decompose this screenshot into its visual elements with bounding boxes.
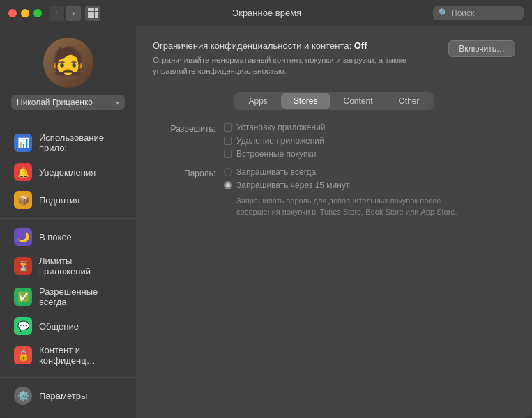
sidebar-item-label: Уведомления <box>39 167 96 178</box>
search-placeholder: Поиск <box>451 8 474 18</box>
sidebar-item-label: Параметры <box>39 391 87 401</box>
info-text: Запрашивать пароль для дополнительных по… <box>236 196 459 218</box>
password-row: Пароль: Запрашивать всегда Запрашивать ч… <box>153 167 515 218</box>
sidebar-item-usage[interactable]: 📊 Использование прило: <box>4 127 132 158</box>
sidebar-item-label: Поднятия <box>39 195 79 206</box>
checkbox-row-purchases: Встроенные покупки <box>224 149 326 159</box>
sidebar-item-always-allowed[interactable]: ✅ Разрешенные всегда <box>4 281 132 312</box>
install-checkbox[interactable] <box>224 123 232 132</box>
notifications-icon: 🔔 <box>14 163 32 181</box>
radio-always[interactable] <box>224 168 232 176</box>
content-title-prefix: Ограничения конфиденциальности и контент… <box>153 40 351 51</box>
sidebar-item-settings[interactable]: ⚙️ Параметры <box>4 382 132 410</box>
forward-button[interactable]: › <box>66 6 81 21</box>
chevron-down-icon: ▾ <box>116 99 119 107</box>
titlebar: ‹ › Экранное время 🔍 Поиск <box>0 0 532 26</box>
sidebar-item-label: Контент и конфиденц… <box>39 345 122 366</box>
radio-row-always: Запрашивать всегда <box>224 167 459 177</box>
content-subtitle: Ограничивайте ненормативный контент, пок… <box>153 54 425 77</box>
settings-icon: ⚙️ <box>14 387 32 405</box>
grid-icon <box>88 8 98 18</box>
radio-15min[interactable] <box>224 181 232 189</box>
tab-apps[interactable]: Apps <box>236 93 280 109</box>
tab-stores[interactable]: Stores <box>281 93 330 109</box>
minimize-button[interactable] <box>21 9 29 17</box>
allow-row: Разрешить: Установку приложений Удаление… <box>153 123 515 159</box>
sidebar-divider-3 <box>0 377 136 378</box>
sidebar-divider <box>0 123 136 123</box>
install-label: Установку приложений <box>236 123 326 132</box>
sidebar: 🧔 Николай Грицаенко ▾ 📊 Использование пр… <box>0 26 136 418</box>
user-section: 🧔 Николай Грицаенко ▾ <box>0 38 136 118</box>
close-button[interactable] <box>8 9 17 17</box>
sidebar-item-app-limits[interactable]: ⏳ Лимиты приложений <box>4 251 132 281</box>
main-content: 🧔 Николай Грицаенко ▾ 📊 Использование пр… <box>0 26 532 418</box>
radio-15min-label: Запрашивать через 15 минут <box>236 180 349 190</box>
radio-always-label: Запрашивать всегда <box>236 167 316 177</box>
content-area: Ограничения конфиденциальности и контент… <box>136 26 532 418</box>
app-limits-icon: ⏳ <box>14 257 32 275</box>
purchases-checkbox[interactable] <box>224 150 232 158</box>
checkboxes-group: Установку приложений Удаление приложений… <box>224 123 326 159</box>
stores-section: Разрешить: Установку приложений Удаление… <box>153 123 515 218</box>
checkbox-row-install: Установку приложений <box>224 123 326 132</box>
content-title-block: Ограничения конфиденциальности и контент… <box>153 40 448 77</box>
user-selector[interactable]: Николай Грицаенко ▾ <box>11 95 125 110</box>
sidebar-item-label: В покое <box>39 232 72 242</box>
radio-group: Запрашивать всегда Запрашивать через 15 … <box>224 167 459 218</box>
tab-other[interactable]: Other <box>386 93 432 109</box>
sidebar-item-downtime[interactable]: 🌙 В покое <box>4 223 132 251</box>
tab-content[interactable]: Content <box>331 93 386 109</box>
sidebar-item-label: Лимиты приложений <box>39 256 122 277</box>
content-header: Ограничения конфиденциальности и контент… <box>153 40 515 77</box>
search-box[interactable]: 🔍 Поиск <box>433 6 524 20</box>
window-title: Экранное время <box>100 8 433 18</box>
nav-buttons: ‹ › <box>49 6 81 21</box>
sidebar-item-content[interactable]: 🔒 Контент и конфиденц… <box>4 340 132 371</box>
username: Николай Грицаенко <box>17 98 93 107</box>
sidebar-item-label: Общение <box>39 321 79 332</box>
sidebar-item-lifting[interactable]: 📦 Поднятия <box>4 186 132 214</box>
delete-checkbox[interactable] <box>224 137 232 145</box>
always-allowed-icon: ✅ <box>14 288 32 306</box>
allow-label: Разрешить: <box>153 123 215 134</box>
back-button[interactable]: ‹ <box>49 6 64 21</box>
communication-icon: 💬 <box>14 317 32 335</box>
maximize-button[interactable] <box>33 9 42 17</box>
sidebar-item-communication[interactable]: 💬 Общение <box>4 312 132 340</box>
grid-view-button[interactable] <box>85 6 100 21</box>
content-title-status: Off <box>354 40 367 51</box>
sidebar-bottom: ⚙️ Параметры <box>0 373 136 418</box>
sidebar-item-notifications[interactable]: 🔔 Уведомления <box>4 158 132 186</box>
lifting-icon: 📦 <box>14 191 32 209</box>
sidebar-item-label: Разрешенные всегда <box>39 286 122 307</box>
downtime-icon: 🌙 <box>14 228 32 246</box>
checkbox-row-delete: Удаление приложений <box>224 136 326 146</box>
main-window: ‹ › Экранное время 🔍 Поиск 🧔 Николай <box>0 0 532 418</box>
tabs-container: Apps Stores Content Other <box>153 92 515 110</box>
sidebar-item-label: Использование прило: <box>39 132 122 153</box>
usage-icon: 📊 <box>14 134 32 152</box>
radio-row-15min: Запрашивать через 15 минут <box>224 180 459 190</box>
tabs: Apps Stores Content Other <box>234 92 433 110</box>
password-label: Пароль: <box>153 167 215 178</box>
avatar: 🧔 <box>43 38 93 88</box>
content-icon: 🔒 <box>14 346 32 364</box>
content-title: Ограничения конфиденциальности и контент… <box>153 40 448 51</box>
sidebar-divider-2 <box>0 218 136 219</box>
traffic-lights <box>8 9 42 17</box>
delete-label: Удаление приложений <box>236 136 324 146</box>
purchases-label: Встроенные покупки <box>236 149 316 159</box>
search-icon: 🔍 <box>439 8 448 17</box>
enable-button[interactable]: Включить… <box>448 40 515 57</box>
